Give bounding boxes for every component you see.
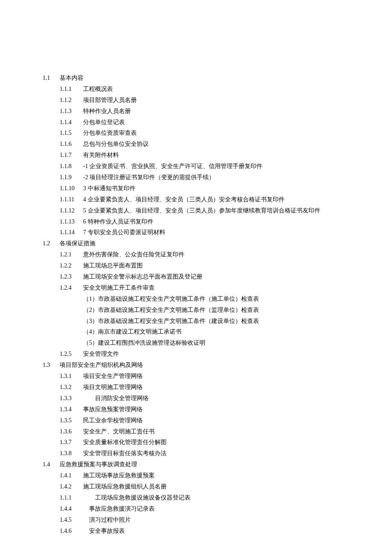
- item-num: 1.1.3: [60, 106, 83, 117]
- item-num: 1.3.5: [60, 415, 83, 426]
- item-text: 施工现场应急救援组织人员名册: [83, 481, 349, 492]
- item-num: 1.3.7: [60, 437, 83, 448]
- section-1-3: 1.3 项目部安全生产组织机构及网络: [43, 360, 349, 371]
- item-text: 项目文明施工管理网络: [83, 382, 349, 393]
- item-num: 1.1.14: [60, 227, 83, 238]
- item-num: 1.1.10: [60, 183, 83, 194]
- item-text: 安全事故报表: [83, 526, 349, 537]
- item-num: 1.1.1: [60, 84, 83, 95]
- item-text: 工现场应急救援设施设备仪器登记表: [83, 492, 349, 503]
- item-num: 1.3.8: [60, 448, 83, 459]
- list-item: 1.3.1项目安全生产管理网络: [43, 371, 349, 382]
- section-num: 1.2: [43, 238, 60, 249]
- list-item: 1.1.2项目部管理人员名册: [43, 95, 349, 106]
- item-text: 事故应急预案管理网络: [83, 404, 349, 415]
- item-text: 安全生产、文明施工责任书: [83, 426, 349, 437]
- item-num: 1.2.3: [60, 271, 83, 282]
- section-title: 各项保证措施: [60, 238, 349, 249]
- item-text: 项目部管理人员名册: [83, 95, 349, 106]
- sub-list-item: （1）市政基础设施工程安全生产文明施工条件（施工单位）检查表: [60, 293, 349, 305]
- item-text: 工程概况表: [83, 84, 349, 95]
- item-text: 安全管理目标责任落实考核办法: [83, 448, 349, 459]
- item-num: 1.4.2: [60, 481, 83, 492]
- section-num: 1.3: [43, 360, 60, 371]
- list-item: 1.3.8安全管理目标责任落实考核办法: [43, 448, 349, 459]
- list-item: 1.1.1工程概况表: [43, 84, 349, 95]
- item-num: 1.4.4: [60, 503, 83, 514]
- list-item: 1.1.114 企业要紧负责人、项目经理、安全员（三类人员）安全考核合格证书复印…: [43, 194, 349, 205]
- list-item: 1.2.4安全文明施工开工条件审查: [43, 282, 349, 293]
- item-text: 事故应急救援演习记录表: [83, 503, 349, 514]
- list-item: 1.3.6安全生产、文明施工责任书: [43, 426, 349, 437]
- list-item: 1.1.136 特种作业人员证书复印件: [43, 216, 349, 227]
- item-text: 安全文明施工开工条件审查: [83, 282, 349, 293]
- item-text: 7 专职安全员公司委派证明材料: [83, 227, 349, 238]
- item-text: 目消防安全管理网络: [83, 393, 349, 404]
- list-item: 1.1.125 企业要紧负责人、项目经理、安全员（三类人员）参加年度继续教育培训…: [43, 205, 349, 216]
- item-text: 安全质量标准化管理责任分解图: [83, 437, 349, 448]
- item-text: 分包单位资质审查表: [83, 128, 349, 139]
- list-item: 1.1.8-1 企业资质证书、营业执照、安全生产许可证、信用管理手册复印件: [43, 161, 349, 172]
- item-text: 项目安全生产管理网络: [83, 371, 349, 382]
- sub-list-item: （3）市政基础设施工程安全生产文明施工条件（建设单位）检查表: [60, 316, 349, 327]
- item-num: 1.1.2: [60, 95, 83, 106]
- item-text: 特种作业人员名册: [83, 106, 349, 117]
- list-item: 1.4.1施工现场事故应急救援预案: [43, 470, 349, 481]
- list-item: 1.4.4 事故应急救援演习记录表: [43, 503, 349, 514]
- list-item: 1.1.147 专职安全员公司委派证明材料: [43, 227, 349, 238]
- list-item: 1.1.6总包与分包单位安全协议: [43, 139, 349, 150]
- item-text: 安全管理文件: [83, 349, 349, 360]
- list-item: 1.3.4事故应急预案管理网络: [43, 404, 349, 415]
- item-text: 演习过程中照片: [83, 514, 349, 526]
- list-item: 1.1.4分包单位登记表: [43, 117, 349, 128]
- item-text: 总包与分包单位安全协议: [83, 139, 349, 150]
- list-item: 1.4.6 安全事故报表: [43, 526, 349, 537]
- item-text: 施工现场事故应急救援预案: [83, 470, 349, 481]
- sub-list-item: （2）市政基础设施工程安全生产文明施工条件（监理单位）检查表: [60, 305, 349, 316]
- item-num: 1.1.9: [60, 172, 83, 183]
- item-num: 1.1.13: [60, 216, 83, 227]
- list-item: 1.1.5分包单位资质审查表: [43, 128, 349, 139]
- list-item: 1.3.3 目消防安全管理网络: [43, 393, 349, 404]
- item-num: 1.1.7: [60, 150, 83, 161]
- item-num: 1.4.5: [60, 514, 83, 526]
- item-text: 施工现场安全警示标志总平面布置图及登记册: [83, 271, 349, 282]
- item-text: 4 企业要紧负责人、项目经理、安全员（三类人员）安全考核合格证书复印件: [83, 194, 349, 205]
- item-text: 分包单位登记表: [83, 117, 349, 128]
- list-item: 1.2.1意外伤害保险、公众责任险凭证复印件: [43, 249, 349, 260]
- item-num: 1.1.8: [60, 161, 83, 172]
- list-item: 1.2.5安全管理文件: [43, 349, 349, 360]
- list-item: 1.1.7有关附件材料: [43, 150, 349, 161]
- item-num: 1.1.11: [60, 194, 83, 205]
- item-num: 1.1.5: [60, 128, 83, 139]
- item-text: -1 企业资质证书、营业执照、安全生产许可证、信用管理手册复印件: [83, 161, 349, 172]
- item-num: 1.3.6: [60, 426, 83, 437]
- section-1-4: 1.4 应急救援预案与事故调查处理: [43, 459, 349, 470]
- list-item: 1.4.2施工现场应急救援组织人员名册: [43, 481, 349, 492]
- list-item: 1.3.5民工业余学校管理网络: [43, 415, 349, 426]
- list-item: 1.4.5 演习过程中照片: [43, 514, 349, 526]
- section-num: 1.1: [43, 73, 60, 84]
- list-item: 1.1.1 工现场应急救援设施设备仪器登记表: [43, 492, 349, 503]
- item-num: 1.1.4: [60, 117, 83, 128]
- list-item: 1.3.2项目文明施工管理网络: [43, 382, 349, 393]
- item-num: 1.3.4: [60, 404, 83, 415]
- section-title: 基本内容: [60, 73, 349, 84]
- list-item: 1.1.103 中标通知书复印件: [43, 183, 349, 194]
- item-num: 1.1.12: [60, 205, 83, 216]
- item-num: 1.1.6: [60, 139, 83, 150]
- item-num: 1.3.1: [60, 371, 83, 382]
- item-text: 5 企业要紧负责人、项目经理、安全员（三类人员）参加年度继续教育培训合格证书友印…: [83, 205, 349, 216]
- item-text: 有关附件材料: [83, 150, 349, 161]
- section-title: 项目部安全生产组织机构及网络: [60, 360, 349, 371]
- section-1-1: 1.1 基本内容: [43, 73, 349, 84]
- sub-list-item: （4）南京市建设工程文明施工承诺书: [60, 326, 349, 337]
- section-title: 应急救援预案与事故调查处理: [60, 459, 349, 470]
- list-item: 1.1.3特种作业人员名册: [43, 106, 349, 117]
- item-num: 1.3.2: [60, 382, 83, 393]
- item-text: -2 项目经理注册证书复印件（变更的需提供手续）: [83, 172, 349, 183]
- item-num: 1.4.1: [60, 470, 83, 481]
- item-num: 1.3.3: [60, 393, 83, 404]
- section-1-2: 1.2 各项保证措施: [43, 238, 349, 249]
- sub-list-item: （5）建设工程围挡冲洗设施管理达标验收证明: [60, 337, 349, 349]
